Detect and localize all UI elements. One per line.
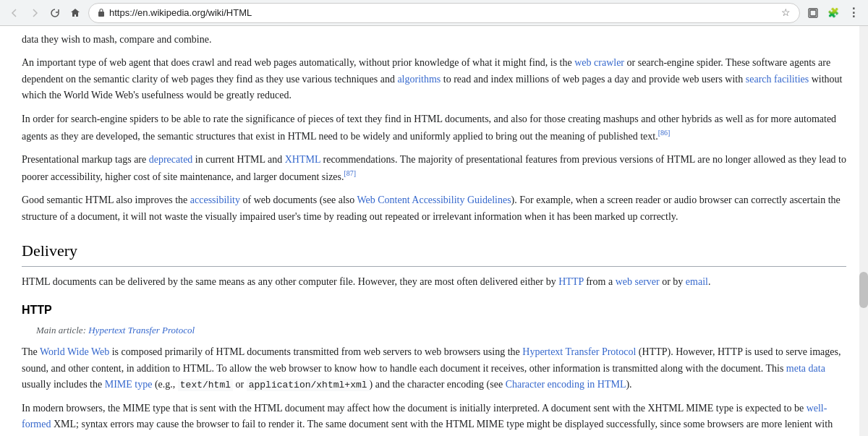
web-server-link[interactable]: web server xyxy=(616,276,660,287)
intro-p5: Good semantic HTML also improves the acc… xyxy=(22,192,846,225)
meta-data-link[interactable]: meta data xyxy=(786,363,825,374)
algorithms-link[interactable]: algorithms xyxy=(397,74,441,85)
http-p1: The World Wide Web is composed primarily… xyxy=(22,344,846,393)
deprecated-link[interactable]: deprecated xyxy=(149,154,193,165)
xhtml-link[interactable]: XHTML xyxy=(285,154,320,165)
world-wide-web-link[interactable]: World Wide Web xyxy=(40,346,109,357)
mime-type-link[interactable]: MIME type xyxy=(105,379,153,390)
svg-rect-0 xyxy=(98,12,104,17)
browser-toolbar: https://en.wikipedia.org/wiki/HTML ☆ 🧩 ⋮ xyxy=(0,0,868,26)
reload-button[interactable] xyxy=(46,4,64,22)
lock-icon xyxy=(98,8,105,18)
delivery-heading: Delivery xyxy=(22,238,846,267)
extensions-icon[interactable]: 🧩 xyxy=(825,4,842,22)
wcag-link[interactable]: Web Content Accessibility Guidelines xyxy=(357,195,511,205)
http-main-article: Main article: Hypertext Transfer Protoco… xyxy=(22,323,846,338)
intro-p1: data they wish to mash, compare and comb… xyxy=(22,32,846,48)
bookmark-icon[interactable]: ☆ xyxy=(781,7,791,19)
http-p2: In modern browsers, the MIME type that i… xyxy=(22,401,846,436)
hypertext-protocol-link[interactable]: Hypertext Transfer Protocol xyxy=(88,325,195,335)
http-heading: HTTP xyxy=(22,301,846,320)
forward-button[interactable] xyxy=(26,4,43,22)
hypertext-transfer-link[interactable]: Hypertext Transfer Protocol xyxy=(522,346,636,357)
scrollbar-thumb[interactable] xyxy=(859,272,868,308)
ref-87: [87] xyxy=(344,169,357,177)
toolbar-right: 🧩 ⋮ xyxy=(804,4,862,22)
home-button[interactable] xyxy=(67,4,84,22)
well-formed-link[interactable]: well-formed xyxy=(22,403,827,429)
scrollbar[interactable] xyxy=(859,26,868,436)
tab-button[interactable] xyxy=(804,4,822,22)
intro-p2: An important type of web agent that does… xyxy=(22,55,846,103)
page-content: data they wish to mash, compare and comb… xyxy=(0,26,868,436)
intro-p3: In order for search-engine spiders to be… xyxy=(22,111,846,145)
back-button[interactable] xyxy=(6,4,23,22)
url-text: https://en.wikipedia.org/wiki/HTML xyxy=(109,7,777,18)
svg-rect-2 xyxy=(810,10,816,16)
wiki-article: data they wish to mash, compare and comb… xyxy=(7,26,861,436)
accessibility-link[interactable]: accessibility xyxy=(190,195,240,205)
char-encoding-link[interactable]: Character encoding in HTML xyxy=(506,379,626,390)
web-crawler-link[interactable]: web crawler xyxy=(574,57,624,68)
delivery-para: HTML documents can be delivered by the s… xyxy=(22,274,846,290)
browser-window: https://en.wikipedia.org/wiki/HTML ☆ 🧩 ⋮… xyxy=(0,0,868,436)
email-link[interactable]: email xyxy=(686,276,708,287)
address-bar[interactable]: https://en.wikipedia.org/wiki/HTML ☆ xyxy=(88,3,800,23)
intro-p4: Presentational markup tags are deprecate… xyxy=(22,152,846,185)
search-facilities-link[interactable]: search facilities xyxy=(746,74,809,85)
menu-button[interactable]: ⋮ xyxy=(845,4,862,22)
http-link[interactable]: HTTP xyxy=(558,276,583,287)
ref-86: [86] xyxy=(658,129,671,137)
navigation-buttons xyxy=(6,4,84,22)
